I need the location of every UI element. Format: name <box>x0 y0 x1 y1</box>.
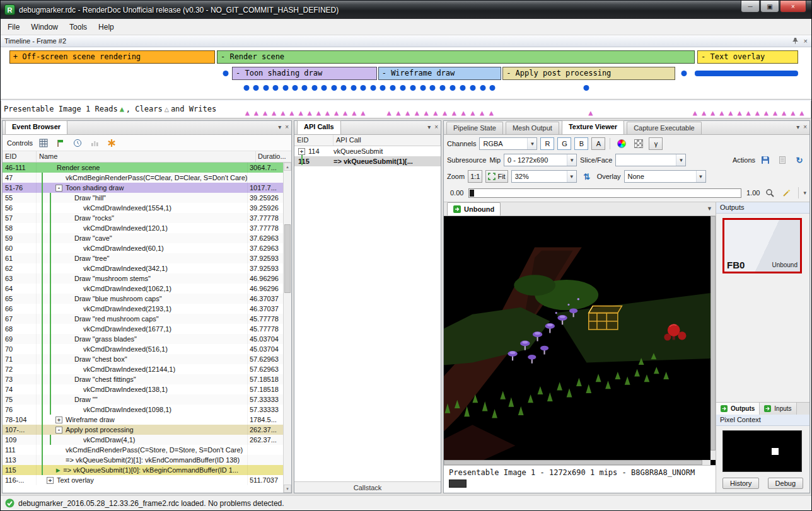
fb0-thumbnail[interactable]: FB0 Unbound <box>722 218 802 273</box>
drawcall-dot[interactable] <box>273 85 279 91</box>
scroll-up-icon[interactable]: ▲ <box>284 163 291 171</box>
event-row[interactable]: 111vkCmdEndRenderPass(C=Store, D=Store, … <box>3 445 283 455</box>
viewport-vscrollbar[interactable] <box>710 216 716 460</box>
column-name[interactable]: Name <box>37 151 256 162</box>
event-row[interactable]: 69Draw "grass blades"45.03704 <box>3 334 283 344</box>
texture-viewport[interactable] <box>444 216 716 465</box>
drawcall-dot[interactable] <box>420 85 426 91</box>
panel-menu-icon[interactable]: ▾ <box>796 123 799 130</box>
pixel-context-view[interactable] <box>722 430 802 472</box>
tab-pipeline-state[interactable]: Pipeline State <box>446 122 503 134</box>
event-row[interactable]: 64vkCmdDrawIndexed(1062,1)46.96296 <box>3 284 283 294</box>
drawcall-dot[interactable] <box>223 71 228 76</box>
drawcall-dot[interactable] <box>341 85 347 91</box>
drawcall-dot[interactable] <box>450 85 456 91</box>
event-row[interactable]: 55Draw "hill"39.25926 <box>3 193 283 203</box>
tab-outputs[interactable]: Outputs <box>716 403 760 415</box>
toolbar-overflow-icon[interactable]: ▾ <box>803 190 806 196</box>
red-channel-button[interactable]: R <box>540 137 554 150</box>
blue-channel-button[interactable]: B <box>574 137 588 150</box>
write-marker-icon[interactable]: ▲ <box>415 108 419 117</box>
event-row[interactable]: 59Draw "cave"37.62963 <box>3 233 283 243</box>
write-marker-icon[interactable]: ▲ <box>452 108 456 117</box>
drawcall-dot[interactable] <box>430 85 436 91</box>
history-button[interactable]: History <box>722 478 759 489</box>
event-row[interactable]: 60vkCmdDrawIndexed(60,1)37.62963 <box>3 243 283 253</box>
event-row[interactable]: 46-111Render scene3064.7... <box>3 163 283 173</box>
write-marker-icon[interactable]: ▲ <box>443 108 447 117</box>
timeline-bar[interactable]: - Wireframe draw <box>378 67 501 80</box>
drawcall-dot[interactable] <box>282 85 288 91</box>
event-row[interactable]: 115▶=> vkQueueSubmit(1)[0]: vkBeginComma… <box>3 465 283 475</box>
event-row[interactable]: 51-76-Toon shading draw1017.7... <box>3 183 283 193</box>
event-row[interactable]: 63Draw "mushroom stems"46.96296 <box>3 273 283 284</box>
write-marker-icon[interactable]: ▲ <box>480 108 484 117</box>
write-marker-icon[interactable]: ▲ <box>433 108 438 117</box>
event-row[interactable]: 47vkCmdBeginRenderPass(C=Clear, D=Clear,… <box>3 173 283 183</box>
write-marker-icon[interactable]: ▲ <box>405 108 410 117</box>
event-row[interactable]: 57Draw "rocks"37.77778 <box>3 213 283 223</box>
range-slider-handle[interactable] <box>470 190 474 197</box>
drawcall-dot[interactable] <box>480 85 485 91</box>
titlebar[interactable]: R debugmarker.rdc - RenderDoc Unofficial… <box>1 1 811 19</box>
drawcall-dot[interactable] <box>263 85 269 91</box>
overlay-select[interactable]: None▼ <box>624 170 706 183</box>
write-marker-icon[interactable]: ▲ <box>281 108 285 117</box>
drawcall-dot[interactable] <box>293 85 298 91</box>
bookmark-icon[interactable] <box>105 137 118 149</box>
event-row[interactable]: 70vkCmdDrawIndexed(516,1)45.03704 <box>3 344 283 354</box>
column-api-call[interactable]: API Call <box>334 135 441 146</box>
timeline-bar[interactable]: - Toon shading draw <box>232 67 377 80</box>
open-texture-list-icon[interactable] <box>775 154 789 166</box>
write-marker-icon[interactable]: ▲ <box>386 108 391 117</box>
scroll-down-icon[interactable]: ▼ <box>284 485 291 493</box>
event-row[interactable]: 76vkCmdDrawIndexed(1098,1)57.33333 <box>3 405 283 415</box>
write-marker-icon[interactable]: ▲ <box>361 108 365 117</box>
panel-menu-icon[interactable]: ▾ <box>278 123 281 130</box>
event-row[interactable]: 109vkCmdDraw(4,1)262.37... <box>3 435 283 445</box>
drawcall-dot[interactable] <box>440 85 446 91</box>
write-marker-icon[interactable]: ▲ <box>764 108 768 117</box>
write-marker-icon[interactable]: ▲ <box>746 108 751 117</box>
minimize-button[interactable]: ─ <box>741 1 760 13</box>
drawcall-dot[interactable] <box>410 85 415 91</box>
write-marker-icon[interactable]: ▲ <box>263 108 267 117</box>
write-marker-icon[interactable]: ▲ <box>737 108 741 117</box>
texture-tab-list-icon[interactable]: ▼ <box>707 205 712 212</box>
zoom-1-1-button[interactable]: 1:1 <box>468 170 482 183</box>
write-marker-icon[interactable]: ▲ <box>489 108 494 117</box>
close-button[interactable]: × <box>780 1 806 13</box>
time-draws-icon[interactable] <box>71 137 84 149</box>
viewport-hscrollbar[interactable] <box>444 460 710 465</box>
write-marker-icon[interactable]: ▲ <box>334 108 339 117</box>
save-texture-icon[interactable] <box>758 154 772 166</box>
write-marker-icon[interactable]: ▲ <box>254 108 258 117</box>
debug-button[interactable]: Debug <box>768 478 803 489</box>
stats-icon[interactable] <box>88 137 101 149</box>
menu-window[interactable]: Window <box>25 20 64 34</box>
event-row[interactable]: 65Draw "blue mushroom caps"46.37037 <box>3 294 283 304</box>
drawcall-span[interactable] <box>695 71 798 76</box>
scrollbar-thumb[interactable] <box>444 460 702 465</box>
expander-icon[interactable]: + <box>55 416 62 423</box>
alpha-channel-button[interactable]: A <box>591 137 605 150</box>
tab-inputs[interactable]: Inputs <box>760 403 796 415</box>
zoom-select[interactable]: 32%▼ <box>511 170 577 183</box>
maximize-button[interactable]: ▣ <box>760 1 779 13</box>
column-eid[interactable]: EID <box>3 151 37 162</box>
write-marker-icon[interactable]: ▲ <box>272 108 276 117</box>
callstack-bar[interactable]: Callstack <box>294 481 441 493</box>
write-marker-icon[interactable]: ▲ <box>791 108 795 117</box>
panel-menu-icon[interactable]: ▾ <box>427 123 431 130</box>
range-slider[interactable] <box>468 188 741 198</box>
event-row[interactable]: 66vkCmdDrawIndexed(2193,1)46.37037 <box>3 304 283 314</box>
event-row[interactable]: 58vkCmdDrawIndexed(120,1)37.77778 <box>3 223 283 233</box>
event-row[interactable]: 68vkCmdDrawIndexed(1677,1)45.77778 <box>3 324 283 334</box>
event-row[interactable]: 56vkCmdDrawIndexed(1554,1)39.25926 <box>3 203 283 213</box>
fit-button[interactable]: Fit <box>485 170 508 183</box>
alpha-background-icon[interactable] <box>632 137 646 150</box>
slice-face-select[interactable]: ▼ <box>615 154 686 166</box>
drawcall-dot[interactable] <box>311 85 317 91</box>
expander-icon[interactable]: + <box>298 148 305 155</box>
zoom-range-icon[interactable] <box>763 187 777 199</box>
